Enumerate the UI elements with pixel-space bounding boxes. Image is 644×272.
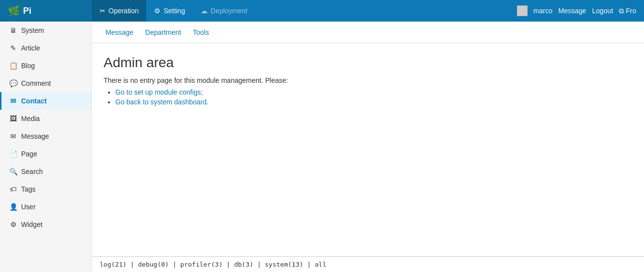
page-description: There is no entry page for this module m… [104, 76, 632, 84]
deployment-icon: ☁ [201, 7, 208, 15]
sidebar-label-search: Search [21, 168, 43, 175]
top-nav-items: ✂ Operation ⚙ Setting ☁ Deployment [92, 0, 517, 22]
operation-icon: ✂ [100, 7, 106, 15]
sidebar-item-user[interactable]: 👤 User [0, 198, 91, 216]
sidebar-item-page[interactable]: 📄 Page [0, 145, 91, 163]
list-item: Go back to system dashboard. [115, 98, 632, 106]
sidebar-label-comment: Comment [21, 79, 51, 87]
article-icon: ✎ [9, 44, 17, 52]
back-to-dashboard-link[interactable]: Go back to system dashboard. [115, 98, 209, 106]
avatar [517, 5, 528, 16]
debug-bar-text: log(21) | debug(0) | profiler(3) | db(3)… [100, 261, 326, 268]
blog-icon: 📋 [9, 62, 17, 70]
sidebar-item-comment[interactable]: 💬 Comment [0, 74, 91, 92]
top-navigation: 🌿 Pi ✂ Operation ⚙ Setting ☁ Deployment … [0, 0, 644, 22]
nav-item-setting[interactable]: ⚙ Setting [146, 0, 193, 22]
sidebar-item-blog[interactable]: 📋 Blog [0, 57, 91, 74]
tab-tools[interactable]: Tools [187, 22, 215, 43]
sidebar-item-message[interactable]: ✉ Message [0, 127, 91, 145]
nav-deployment-label: Deployment [211, 7, 247, 15]
sidebar-item-tags[interactable]: 🏷 Tags [0, 180, 91, 198]
tab-department[interactable]: Department [139, 22, 187, 43]
logo[interactable]: 🌿 Pi [0, 0, 92, 22]
search-icon: 🔍 [9, 168, 17, 175]
username: marco [534, 7, 553, 15]
sub-tabs: Message Department Tools [92, 22, 644, 43]
external-link-icon: ⧉ [619, 7, 626, 15]
main-layout: 🖥 System ✎ Article 📋 Blog 💬 Comment ✉ Co… [0, 22, 644, 272]
sidebar: 🖥 System ✎ Article 📋 Blog 💬 Comment ✉ Co… [0, 22, 92, 272]
page-title: Admin area [104, 55, 632, 71]
sidebar-label-blog: Blog [21, 62, 35, 70]
sidebar-label-contact: Contact [21, 97, 47, 105]
page-content: Admin area There is no entry page for th… [92, 43, 644, 256]
tags-icon: 🏷 [9, 185, 17, 193]
nav-item-deployment: ☁ Deployment [193, 0, 255, 22]
comment-icon: 💬 [9, 79, 17, 87]
sidebar-label-message: Message [21, 132, 49, 140]
logo-icon: 🌿 [8, 5, 20, 17]
page-links: Go to set up module configs; Go back to … [104, 88, 632, 106]
sidebar-label-page: Page [21, 150, 37, 158]
nav-operation-label: Operation [108, 7, 138, 15]
message-icon: ✉ [9, 132, 17, 140]
nav-item-operation[interactable]: ✂ Operation [92, 0, 146, 22]
sidebar-item-media[interactable]: 🖼 Media [0, 110, 91, 127]
system-icon: 🖥 [9, 26, 17, 34]
sidebar-label-widget: Widget [21, 221, 43, 228]
logout-link[interactable]: Logout [592, 7, 613, 15]
user-icon: 👤 [9, 203, 17, 211]
message-link[interactable]: Message [558, 7, 586, 15]
sidebar-label-system: System [21, 26, 44, 34]
debug-bar: log(21) | debug(0) | profiler(3) | db(3)… [92, 256, 644, 272]
page-icon: 📄 [9, 150, 17, 158]
sidebar-item-article[interactable]: ✎ Article [0, 39, 91, 57]
top-nav-right: marco Message Logout ⧉ Fro [517, 5, 644, 16]
sidebar-item-search[interactable]: 🔍 Search [0, 163, 91, 180]
media-icon: 🖼 [9, 115, 17, 123]
widget-icon: ⚙ [9, 221, 17, 228]
frontend-link[interactable]: ⧉ Fro [619, 7, 636, 15]
nav-setting-label: Setting [163, 7, 185, 15]
logo-label: Pi [23, 6, 31, 16]
sidebar-label-tags: Tags [21, 185, 36, 193]
sidebar-label-article: Article [21, 44, 40, 52]
list-item: Go to set up module configs; [115, 88, 632, 96]
setup-module-configs-link[interactable]: Go to set up module configs; [115, 88, 203, 96]
tab-message[interactable]: Message [100, 22, 139, 43]
sidebar-item-widget[interactable]: ⚙ Widget [0, 216, 91, 233]
contact-icon: ✉ [9, 97, 17, 105]
setting-icon: ⚙ [154, 7, 161, 15]
sidebar-item-system[interactable]: 🖥 System [0, 22, 91, 39]
sidebar-item-contact[interactable]: ✉ Contact [0, 92, 91, 110]
sidebar-label-user: User [21, 203, 36, 211]
sidebar-label-media: Media [21, 115, 40, 123]
content-area: Message Department Tools Admin area Ther… [92, 22, 644, 272]
